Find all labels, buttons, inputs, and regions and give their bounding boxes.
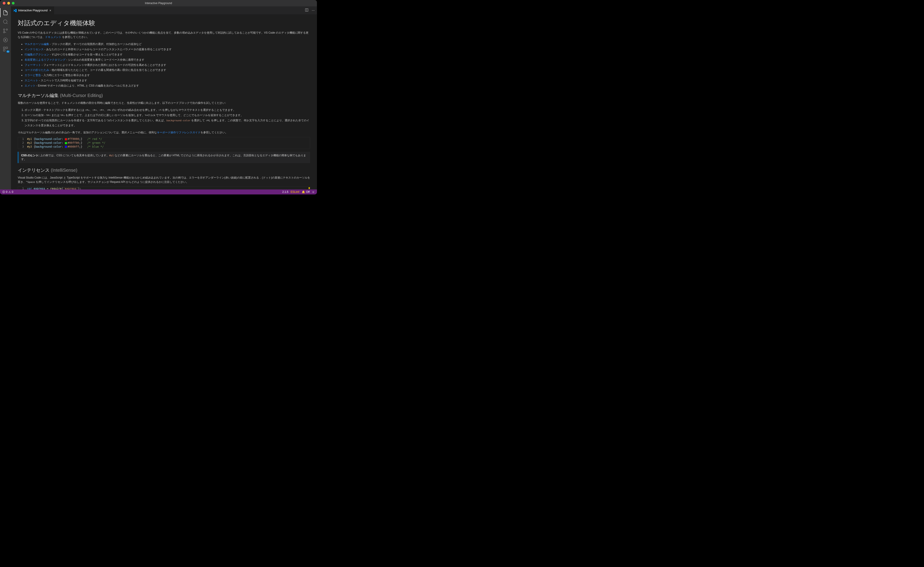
list-item: ボックス選択 - テキストブロックを選択するには ⇧⌘↓、⇧⌘→、⇧⌘↑、⇧⌘←… (24, 108, 310, 112)
search-icon[interactable] (0, 17, 11, 26)
list-item: コードの折りたたみ - 他の領域を折りたたむことで、コードの最も関連性の高い部分… (24, 68, 310, 73)
js-code-block[interactable]: 1var express = require('express'); 2var … (18, 186, 310, 189)
editor-content[interactable]: 対話式のエディタ機能体験 VS Code の中心であるエディタには多彩な機能が満… (11, 14, 317, 189)
svg-point-4 (3, 29, 5, 30)
minimize-window-button[interactable] (7, 2, 10, 4)
feature-link[interactable]: インテリセンス (24, 48, 44, 51)
list-item: インテリセンス - あなたのコードと外部モジュールからコードのアシスタンスとパラ… (24, 47, 310, 52)
section-title-multicursor: マルチカーソル編集 (Multi-Cursor Editing) (18, 93, 310, 99)
svg-line-1 (7, 23, 8, 24)
status-errors[interactable]: ⓧ0 ⚠0 (2, 190, 13, 194)
feature-link[interactable]: フォーマット (24, 63, 41, 66)
explorer-icon[interactable] (0, 8, 11, 17)
page-title: 対話式のエディタ機能体験 (18, 19, 310, 27)
color-swatch (65, 142, 67, 144)
list-item: エメット - Emmet サポートの統合により、HTML と CSS の編集を次… (24, 83, 310, 88)
list-item: 名前変更によるリファクタリング - シンボルの名前変更を素早くコードベース全体に… (24, 57, 310, 63)
feature-link[interactable]: マルチカーソル編集 (24, 42, 49, 46)
feature-link[interactable]: 名前変更によるリファクタリング (24, 58, 65, 62)
svg-rect-8 (3, 50, 5, 51)
extensions-badge: 5 (6, 50, 9, 53)
css-code-block[interactable]: 1#p1 {background-color: #ff0000;} /* red… (18, 137, 310, 149)
section-title-intellisense: インテリセンス (IntelliSense) (18, 167, 310, 173)
close-tab-icon[interactable]: × (49, 9, 52, 12)
multicursor-steps: ボックス選択 - テキストブロックを選択するには ⇧⌘↓、⇧⌘→、⇧⌘↑、⇧⌘←… (18, 108, 310, 128)
multicursor-intro: 複数のカーソルを使用することで、ドキュメントの複数の部分を同時に編集できたりと、… (18, 101, 310, 105)
kb-ref-link[interactable]: キーボード操作リファレンスガイド (157, 131, 200, 134)
color-swatch (65, 138, 67, 140)
more-actions-icon[interactable]: ⋯ (312, 9, 315, 12)
split-editor-icon[interactable] (305, 8, 309, 12)
maximize-window-button[interactable] (12, 2, 15, 4)
status-version[interactable]: 2.1.5 (282, 190, 289, 194)
tab-interactive-playground[interactable]: Interactive Playground × (11, 6, 54, 14)
list-item: フォーマット - フォーマットによりドキュメントや選択された箇所におけるコードの… (24, 63, 310, 68)
svg-rect-6 (3, 47, 5, 49)
svg-point-2 (6, 29, 8, 30)
list-item: マルチカーソル編集 - ブロックの選択、すべての出現箇所の選択、付加的なカーソル… (24, 42, 310, 47)
status-eslint[interactable]: ESLint! (290, 190, 299, 194)
close-window-button[interactable] (3, 2, 6, 4)
warning-icon: ⚠ (8, 190, 11, 194)
feature-link[interactable]: エメット (24, 84, 36, 87)
color-swatch (65, 146, 67, 148)
bell-icon: 🔔 (302, 190, 305, 194)
extensions-icon[interactable]: 5 (0, 45, 11, 54)
window-titlebar: Interactive Playground (0, 0, 317, 6)
smiley-icon: ☺ (312, 190, 315, 194)
feature-link[interactable]: 行編集のアクション (24, 53, 49, 56)
feature-link[interactable]: スニペット (24, 79, 38, 82)
list-item: 行編集のアクション - すばやく行を移動させコードを並べ替えることができます (24, 52, 310, 57)
feature-link[interactable]: エラーと警告 (24, 74, 41, 77)
feature-link[interactable]: コードの折りたたみ (24, 68, 49, 72)
svg-point-0 (3, 20, 7, 23)
status-feedback[interactable]: ☺ (312, 190, 315, 194)
tab-label: Interactive Playground (18, 9, 48, 12)
window-title: Interactive Playground (145, 2, 172, 5)
error-icon: ⓧ (2, 190, 5, 194)
debug-icon[interactable] (0, 35, 11, 45)
list-item: 文字列のすべての出現箇所にカーソルを作成する - 文字列である 1 つのインスタ… (24, 118, 310, 128)
docs-link[interactable]: ドキュメント (45, 35, 62, 39)
list-item: エラーと警告 - 入力時にエラーと警告が表示されます (24, 73, 310, 78)
status-bar: ⓧ0 ⚠0 2.1.5 ESLint! 🔔Off ☺ (0, 189, 317, 195)
css-hint: CSS のヒント: 上の例では、CSS についても色見本を提供しています。#p1… (18, 152, 310, 163)
status-notifications[interactable]: 🔔Off (302, 190, 310, 194)
tab-bar: Interactive Playground × ⋯ (11, 6, 317, 14)
multicursor-note: それはマルチカーソル編集のための氷山の一角です。追加のアクションについては、選択… (18, 130, 310, 135)
overview-ruler[interactable] (307, 187, 310, 189)
list-item: スニペット - スニペットで入力時間を短縮できます (24, 78, 310, 83)
feature-list: マルチカーソル編集 - ブロックの選択、すべての出現箇所の選択、付加的なカーソル… (18, 42, 310, 88)
svg-rect-7 (6, 47, 8, 49)
vscode-icon (13, 9, 17, 12)
activity-bar: 5 (0, 6, 11, 189)
list-item: カーソルの追加 - ⌥⌘↑ または ⌥⌘↓ を押すことで、上または下の行に新しい… (24, 112, 310, 118)
intro-paragraph: VS Code の中心であるエディタには多彩な機能が満載されています。このページ… (18, 31, 310, 39)
intellisense-intro: Visual Studio Code には、JavaScript と TypeS… (18, 176, 310, 184)
source-control-icon[interactable] (0, 26, 11, 35)
